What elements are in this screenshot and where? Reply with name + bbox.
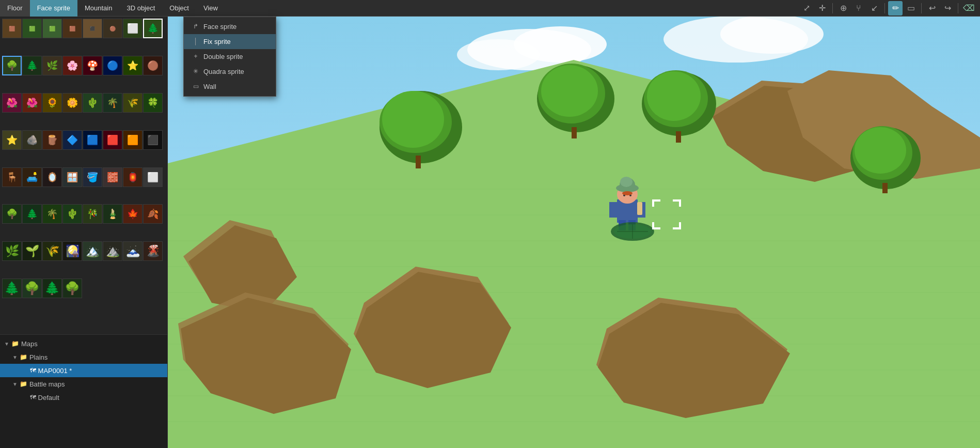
tree-default[interactable]: 🗺 Default bbox=[0, 391, 167, 404]
rect-tool-button[interactable]: ▭ bbox=[904, 1, 918, 16]
sprite-cell[interactable]: 🛋️ bbox=[22, 167, 42, 187]
sprite-cell[interactable]: ⬜ bbox=[123, 19, 143, 38]
sprite-cell[interactable]: 🪑 bbox=[2, 167, 22, 187]
sprite-cell[interactable]: 🏮 bbox=[123, 167, 143, 187]
sprite-cell[interactable]: 🌾 bbox=[123, 93, 143, 113]
sprite-cell[interactable]: 🔵 bbox=[103, 56, 122, 75]
sprite-cell[interactable]: 🌸 bbox=[62, 56, 82, 75]
dropdown-face-sprite[interactable]: ↱ Face sprite bbox=[184, 19, 276, 34]
erase-button[interactable]: ⌫ bbox=[961, 1, 976, 16]
tree-battle-maps[interactable]: ▼ 📁 Battle maps bbox=[0, 377, 167, 391]
sprite-cell[interactable]: 🟦 bbox=[83, 130, 102, 150]
sprite-cell[interactable]: 🌱 bbox=[22, 241, 42, 261]
sprite-cell[interactable]: 🪣 bbox=[83, 167, 102, 187]
sprite-cell[interactable]: 🗻 bbox=[123, 241, 143, 261]
sprite-cell[interactable]: ⛰️ bbox=[103, 241, 122, 261]
sprite-cell[interactable]: 🌲 bbox=[22, 204, 42, 224]
tree-maps[interactable]: ▼ 📁 Maps bbox=[0, 337, 167, 350]
arrow-tool-button[interactable]: ↙ bbox=[867, 1, 881, 16]
menu-3d-object[interactable]: 3D object bbox=[119, 0, 162, 17]
svg-point-34 bbox=[541, 65, 598, 117]
svg-rect-45 bbox=[609, 202, 618, 218]
sprite-cell[interactable]: 🟥 bbox=[103, 130, 122, 150]
sprite-cell[interactable]: 🎋 bbox=[83, 204, 102, 224]
menu-area: Floor Face sprite Mountain 3D object Obj… bbox=[0, 0, 225, 17]
sprite-cell[interactable]: ⭐ bbox=[2, 130, 22, 150]
sprite-cell[interactable]: 🌻 bbox=[42, 93, 62, 113]
sprite-cell[interactable]: ⬛ bbox=[143, 130, 163, 150]
sprite-cell[interactable]: 🟩 bbox=[42, 19, 62, 38]
svg-point-42 bbox=[855, 127, 906, 174]
svg-rect-35 bbox=[572, 127, 577, 138]
tree-plains[interactable]: ▼ 📁 Plains bbox=[0, 350, 167, 364]
sprite-cell[interactable]: 🍀 bbox=[143, 93, 163, 113]
sprite-cell[interactable]: 🟩 bbox=[22, 19, 42, 38]
sprite-cell[interactable]: 🟫 bbox=[62, 19, 82, 38]
menu-floor[interactable]: Floor bbox=[0, 0, 30, 17]
menu-view[interactable]: View bbox=[196, 0, 225, 17]
fix-sprite-icon: │ bbox=[192, 38, 199, 45]
sprite-cell[interactable]: 🍄 bbox=[83, 56, 102, 75]
sprite-cell[interactable]: 🟫 bbox=[2, 19, 22, 38]
sprite-cell[interactable]: 🟤 bbox=[103, 19, 122, 38]
sprite-cell[interactable]: 🌵 bbox=[62, 204, 82, 224]
sprite-cell[interactable]: ⬜ bbox=[143, 167, 163, 187]
sprite-cell[interactable]: 🌳 bbox=[62, 279, 82, 298]
dropdown-fix-sprite[interactable]: │ Fix sprite bbox=[184, 34, 276, 49]
sprite-cell[interactable]: 🌲 bbox=[42, 279, 62, 298]
undo-button[interactable]: ↩ bbox=[925, 1, 939, 16]
right-area[interactable] bbox=[168, 17, 980, 448]
dropdown-wall[interactable]: ▭ Wall bbox=[184, 79, 276, 94]
sprite-cell[interactable]: 🟧 bbox=[123, 130, 143, 150]
sprite-grid[interactable]: 🟫 🟩 🟩 🟫 ⬛ 🟤 ⬜ 🌲 🌳 🌲 🌿 🌸 🍄 🔵 ⭐ 🟤 🌺 🌺 🌻 🌼 … bbox=[0, 17, 167, 334]
sprite-cell[interactable]: ⬛ bbox=[83, 19, 102, 38]
tool-divider-3 bbox=[921, 3, 922, 13]
sprite-cell[interactable]: 🧱 bbox=[103, 167, 122, 187]
toolbar-right: ⤢ ✛ ⊕ ⑂ ↙ ✏ ▭ ↩ ↪ ⌫ bbox=[799, 1, 980, 16]
sprite-cell[interactable]: ⭐ bbox=[123, 56, 143, 75]
svg-rect-31 bbox=[416, 156, 421, 168]
sprite-cell[interactable]: 🪵 bbox=[42, 130, 62, 150]
dropdown-menu: ↱ Face sprite │ Fix sprite + Double spri… bbox=[183, 17, 276, 97]
sprite-cell[interactable]: 🍁 bbox=[123, 204, 143, 224]
sprite-cell[interactable]: 🪞 bbox=[42, 167, 62, 187]
sprite-cell[interactable]: 🎑 bbox=[62, 241, 82, 261]
sprite-cell[interactable]: 🌲 bbox=[22, 56, 42, 75]
sprite-cell[interactable]: 🌵 bbox=[83, 93, 102, 113]
sprite-cell[interactable]: 🏔️ bbox=[83, 241, 102, 261]
dropdown-quadra-sprite[interactable]: ✳ Quadra sprite bbox=[184, 64, 276, 79]
menu-face-sprite[interactable]: Face sprite bbox=[30, 0, 77, 17]
wall-icon: ▭ bbox=[192, 83, 199, 90]
sprite-cell[interactable]: 🌳 bbox=[2, 204, 22, 224]
sprite-cell[interactable]: 🌴 bbox=[42, 204, 62, 224]
cursor-tool-button[interactable]: ✛ bbox=[815, 1, 829, 16]
dropdown-double-sprite[interactable]: + Double sprite bbox=[184, 49, 276, 64]
sprite-cell[interactable]: 🪟 bbox=[62, 167, 82, 187]
tree-map0001[interactable]: 🗺 MAP0001 * bbox=[0, 364, 167, 377]
sprite-cell[interactable]: 🔷 bbox=[62, 130, 82, 150]
sprite-cell[interactable]: 🌺 bbox=[22, 93, 42, 113]
menu-object[interactable]: Object bbox=[162, 0, 196, 17]
sprite-cell[interactable]: 🌾 bbox=[42, 241, 62, 261]
fork-tool-button[interactable]: ⑂ bbox=[851, 1, 866, 16]
sprite-cell[interactable]: 🌲 bbox=[2, 279, 22, 298]
sprite-cell[interactable]: 🟤 bbox=[143, 56, 163, 75]
sprite-cell[interactable]: 🌺 bbox=[2, 93, 22, 113]
menu-mountain[interactable]: Mountain bbox=[77, 0, 119, 17]
sprite-cell[interactable]: 🌳 bbox=[2, 56, 22, 75]
sprite-cell[interactable]: 🎍 bbox=[103, 204, 122, 224]
move-tool-button[interactable]: ⊕ bbox=[836, 1, 850, 16]
sprite-cell[interactable]: 🌿 bbox=[42, 56, 62, 75]
sprite-cell[interactable]: 🌴 bbox=[103, 93, 122, 113]
pen-tool-button[interactable]: ✏ bbox=[888, 1, 903, 16]
sprite-cell-selected[interactable]: 🌲 bbox=[143, 19, 163, 38]
sprite-cell[interactable]: 🪨 bbox=[22, 130, 42, 150]
sprite-cell[interactable]: 🍂 bbox=[143, 204, 163, 224]
sprite-cell[interactable]: 🌿 bbox=[2, 241, 22, 261]
map-scene bbox=[168, 17, 980, 448]
sprite-cell[interactable]: 🌼 bbox=[62, 93, 82, 113]
sprite-cell[interactable]: 🌳 bbox=[22, 279, 42, 298]
lasso-tool-button[interactable]: ⤢ bbox=[799, 1, 814, 16]
sprite-cell[interactable]: 🌋 bbox=[143, 241, 163, 261]
redo-button[interactable]: ↪ bbox=[940, 1, 955, 16]
